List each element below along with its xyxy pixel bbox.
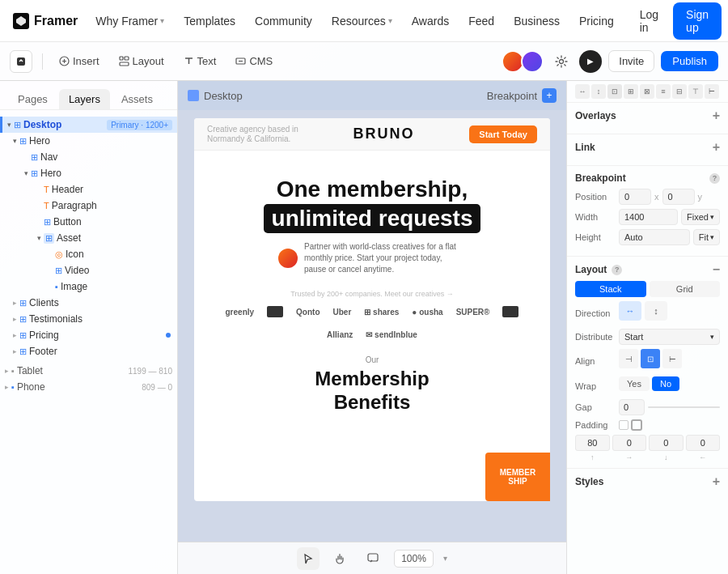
invite-button[interactable]: Invite [608, 50, 654, 72]
ruler-icon-7[interactable]: ⊟ [672, 84, 687, 99]
breakpoint-info-icon[interactable]: ? [709, 173, 720, 184]
site-logos: greenly Qonto Uber ⊞ shares ● ousha SUPE… [194, 300, 550, 346]
publish-button[interactable]: Publish [661, 51, 718, 71]
padding-checkbox[interactable] [619, 420, 629, 430]
nav-item-community[interactable]: Community [247, 10, 320, 32]
width-mode-dropdown[interactable]: Fixed ▾ [681, 209, 720, 225]
ruler-icon-4[interactable]: ⊞ [624, 84, 638, 99]
toolbar-logo-button[interactable] [10, 50, 32, 73]
remove-layout-button[interactable]: − [713, 263, 720, 276]
grid-button[interactable]: Grid [650, 281, 721, 297]
padding-left[interactable]: 0 [686, 435, 721, 451]
ruler-icon-1[interactable]: ↔ [575, 84, 590, 99]
layer-hero2[interactable]: ▾ ⊞ Hero [0, 165, 177, 181]
layout-button[interactable]: Layout [112, 52, 171, 70]
ruler-row: ↔ ↕ ⊡ ⊞ ⊠ ≡ ⊟ ⊤ ⊢ [567, 81, 728, 103]
stack-button[interactable]: Stack [575, 281, 646, 297]
padding-corner-icon[interactable] [631, 419, 642, 431]
align-left[interactable]: ⊣ [619, 349, 638, 368]
text-button[interactable]: Text [177, 52, 223, 70]
padding-labels: ↑ → ↓ ← [575, 453, 720, 461]
height-field[interactable]: Auto [619, 229, 690, 245]
padding-right[interactable]: 0 [612, 435, 647, 451]
add-style-button[interactable]: + [713, 475, 720, 488]
cms-button[interactable]: CMS [229, 52, 279, 70]
hand-tool[interactable] [329, 547, 352, 570]
layer-desktop[interactable]: ▾ ⊞ Desktop Primary · 1200+ [0, 117, 177, 133]
layer-tablet[interactable]: ▸ ▪ Tablet 1199 — 810 [0, 363, 177, 379]
layer-paragraph[interactable]: ▾ T Paragraph [0, 198, 177, 214]
ruler-icon-5[interactable]: ⊠ [640, 84, 654, 99]
tab-pages[interactable]: Pages [8, 89, 57, 109]
align-center[interactable]: ⊡ [641, 349, 660, 368]
insert-button[interactable]: Insert [53, 52, 106, 70]
layer-hero[interactable]: ▾ ⊞ Hero [0, 133, 177, 149]
ruler-icon-2[interactable]: ↕ [591, 84, 606, 99]
editor-toolbar: Insert Layout Text CMS ▶ Invite Publish [0, 42, 728, 81]
tab-layers[interactable]: Layers [59, 89, 110, 109]
signup-button[interactable]: Sign up [673, 2, 722, 40]
nav-item-resources[interactable]: Resources ▾ [324, 10, 400, 32]
wrap-no[interactable]: No [652, 376, 679, 391]
add-link-button[interactable]: + [713, 141, 720, 154]
canvas-content[interactable]: Creative agency based inNormandy & Calif… [178, 110, 566, 542]
ruler-icon-9[interactable]: ⊢ [705, 84, 719, 99]
tab-assets[interactable]: Assets [112, 89, 163, 109]
gap-field[interactable]: 0 [619, 399, 645, 415]
nav-item-why-framer[interactable]: Why Framer ▾ [87, 10, 172, 32]
layer-clients[interactable]: ▸ ⊞ Clients [0, 295, 177, 311]
nav-item-awards[interactable]: Awards [404, 10, 457, 32]
layer-footer[interactable]: ▸ ⊞ Footer [0, 343, 177, 359]
align-right[interactable]: ⊢ [662, 349, 682, 368]
layers-list: ▾ ⊞ Desktop Primary · 1200+ ▾ ⊞ Hero ▾ ⊞… [0, 110, 177, 574]
gear-icon[interactable] [550, 50, 573, 73]
layer-image[interactable]: ▾ ▪ Image [0, 278, 177, 295]
nav-item-business[interactable]: Business [506, 10, 568, 32]
site-hero-sub: Partner with world-class creatives for a… [226, 241, 518, 275]
logo-icon [13, 13, 29, 29]
logos-credit: Trusted by 200+ companies. Meet our crea… [194, 288, 550, 300]
align-row: Align ⊣ ⊡ ⊢ [575, 349, 720, 372]
width-field[interactable]: 1400 [619, 209, 678, 225]
direction-buttons: ↔ ↕ [619, 301, 667, 321]
layer-button[interactable]: ▾ ⊞ Button [0, 214, 177, 230]
direction-horizontal[interactable]: ↔ [619, 301, 641, 321]
zoom-level[interactable]: 100% [394, 550, 434, 568]
layer-icon[interactable]: ▾ ◎ Icon [0, 246, 177, 262]
layer-testimonials[interactable]: ▸ ⊞ Testimonials [0, 311, 177, 327]
position-x-field[interactable]: 0 [619, 189, 651, 205]
ruler-icon-8[interactable]: ⊤ [688, 84, 703, 99]
layer-asset[interactable]: ▾ ⊞ Asset [0, 230, 177, 246]
layout-info-icon[interactable]: ? [612, 265, 622, 275]
nav-item-templates[interactable]: Templates [176, 10, 243, 32]
canvas-frame-label: Desktop [188, 90, 243, 102]
canvas-toolbar-bottom: 100% ▾ [178, 542, 566, 574]
site-cta-button[interactable]: Start Today [469, 125, 537, 143]
position-y-field[interactable]: 0 [662, 189, 695, 205]
add-breakpoint-button[interactable]: + [542, 88, 557, 103]
layer-phone[interactable]: ▸ ▪ Phone 809 — 0 [0, 379, 177, 395]
canvas-breakpoint[interactable]: Breakpoint + [487, 88, 557, 103]
layer-video[interactable]: ▾ ⊞ Video [0, 262, 177, 278]
padding-top[interactable]: 80 [575, 435, 610, 451]
svg-rect-0 [17, 57, 25, 66]
layer-nav[interactable]: ▾ ⊞ Nav [0, 149, 177, 165]
login-button[interactable]: Log in [629, 3, 670, 39]
comment-tool[interactable] [362, 547, 384, 570]
layer-pricing[interactable]: ▸ ⊞ Pricing [0, 327, 177, 343]
distribute-dropdown[interactable]: Start ▾ [619, 329, 720, 345]
play-button[interactable]: ▶ [579, 50, 602, 73]
overlays-header: Overlays + [575, 109, 720, 122]
layer-header[interactable]: ▾ T Header [0, 181, 177, 198]
logo[interactable]: Framer [13, 13, 78, 29]
ruler-icon-3[interactable]: ⊡ [607, 84, 622, 99]
padding-bottom[interactable]: 0 [649, 435, 684, 451]
wrap-yes[interactable]: Yes [619, 376, 650, 391]
direction-vertical[interactable]: ↕ [645, 301, 667, 321]
select-tool[interactable] [297, 547, 320, 570]
ruler-icon-6[interactable]: ≡ [656, 84, 671, 99]
nav-item-feed[interactable]: Feed [460, 10, 502, 32]
add-overlay-button[interactable]: + [713, 109, 720, 122]
nav-item-pricing[interactable]: Pricing [571, 10, 622, 32]
height-mode-dropdown[interactable]: Fit ▾ [693, 229, 720, 245]
